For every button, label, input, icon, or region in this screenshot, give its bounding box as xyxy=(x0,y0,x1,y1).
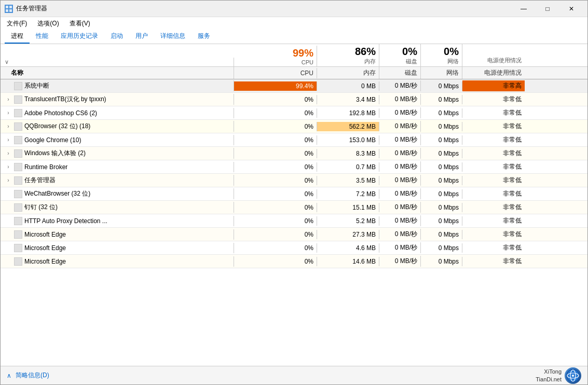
power-stat-label: 电源使用情况 xyxy=(487,57,522,65)
expand-btn[interactable]: › xyxy=(5,177,12,184)
minimize-button[interactable]: — xyxy=(512,1,536,17)
disk-cell: 0 MB/秒 xyxy=(379,121,421,132)
cpu-cell: 0% xyxy=(234,162,317,172)
table-row[interactable]: Microsoft Edge 0% 14.6 MB 0 MB/秒 0 Mbps … xyxy=(1,255,587,268)
tab-app-history[interactable]: 应用历史记录 xyxy=(54,30,104,44)
summary-label[interactable]: 简略信息(D) xyxy=(16,371,49,380)
power-cell: 非常低 xyxy=(462,256,525,267)
disk-cell: 0 MB/秒 xyxy=(379,134,421,145)
expand-btn[interactable]: › xyxy=(5,163,12,171)
maximize-button[interactable]: □ xyxy=(536,1,559,17)
close-button[interactable]: ✕ xyxy=(559,1,583,17)
table-row[interactable]: 系统中断 99.4% 0 MB 0 MB/秒 0 Mbps 非常高 xyxy=(1,79,587,93)
col-label-disk[interactable]: 磁盘 xyxy=(379,67,421,79)
mem-cell: 562.2 MB xyxy=(317,122,379,131)
row-app-icon xyxy=(14,122,22,131)
expand-placeholder xyxy=(5,231,12,238)
row-app-icon xyxy=(14,136,22,144)
tab-details[interactable]: 详细信息 xyxy=(154,30,192,44)
cpu-stat-label: CPU xyxy=(302,59,313,65)
table-row[interactable]: WeChatBrowser (32 位) 0% 7.2 MB 0 MB/秒 0 … xyxy=(1,187,587,201)
disk-cell: 0 MB/秒 xyxy=(379,161,421,172)
cpu-cell: 0% xyxy=(234,108,317,118)
net-cell: 0 Mbps xyxy=(421,257,462,266)
mem-cell: 8.3 MB xyxy=(317,149,379,158)
net-cell: 0 Mbps xyxy=(421,81,462,91)
expand-placeholder xyxy=(5,217,12,225)
expand-placeholder xyxy=(5,190,12,198)
power-cell: 非常低 xyxy=(462,175,525,186)
expand-placeholder xyxy=(5,258,12,265)
title-bar-left: 任务管理器 xyxy=(5,4,47,13)
power-cell: 非常低 xyxy=(462,202,525,213)
disk-cell: 0 MB/秒 xyxy=(379,242,421,253)
process-name: Microsoft Edge xyxy=(24,258,66,265)
cpu-stat: 99% CPU xyxy=(234,46,317,66)
cpu-cell: 0% xyxy=(234,203,317,212)
net-cell: 0 Mbps xyxy=(421,216,462,226)
disk-cell: 0 MB/秒 xyxy=(379,215,421,226)
col-label-mem[interactable]: 内存 xyxy=(317,67,379,79)
table-row[interactable]: › Runtime Broker 0% 0.7 MB 0 MB/秒 0 Mbps… xyxy=(1,160,587,174)
table-body: 系统中断 99.4% 0 MB 0 MB/秒 0 Mbps 非常高 › Tran… xyxy=(1,79,587,366)
mem-stat: 86% 内存 xyxy=(317,44,379,66)
row-name-cell: › TranslucentTB(汉化 by tpxxn) xyxy=(1,94,234,105)
cpu-cell: 0% xyxy=(234,257,317,266)
net-cell: 0 Mbps xyxy=(421,176,462,185)
net-cell: 0 Mbps xyxy=(421,162,462,172)
process-name: TranslucentTB(汉化 by tpxxn) xyxy=(24,95,106,104)
col-label-cpu[interactable]: CPU xyxy=(234,68,317,78)
logo-area: XiTong TianDi.net xyxy=(536,367,581,384)
power-cell: 非常低 xyxy=(462,148,525,159)
row-name-cell: › Adobe Photoshop CS6 (2) xyxy=(1,108,234,118)
tab-users[interactable]: 用户 xyxy=(129,30,154,44)
power-cell: 非常低 xyxy=(462,229,525,240)
mem-stat-label: 内存 xyxy=(364,58,376,65)
row-name-cell: HTTP Auto Proxy Detection ... xyxy=(1,216,234,226)
col-label-net[interactable]: 网络 xyxy=(421,67,462,79)
table-row[interactable]: HTTP Auto Proxy Detection ... 0% 5.2 MB … xyxy=(1,214,587,228)
tab-services[interactable]: 服务 xyxy=(192,30,216,44)
net-cell: 0 Mbps xyxy=(421,149,462,158)
tab-process[interactable]: 进程 xyxy=(5,30,30,44)
col-label-power[interactable]: 电源使用情况 xyxy=(462,67,525,79)
cpu-cell: 0% xyxy=(234,149,317,158)
table-row[interactable]: 钉钉 (32 位) 0% 15.1 MB 0 MB/秒 0 Mbps 非常低 xyxy=(1,201,587,214)
svg-rect-2 xyxy=(6,9,8,12)
expand-btn[interactable]: › xyxy=(5,96,12,103)
table-row[interactable]: › TranslucentTB(汉化 by tpxxn) 0% 3.4 MB 0… xyxy=(1,93,587,106)
disk-cell: 0 MB/秒 xyxy=(379,256,421,267)
disk-cell: 0 MB/秒 xyxy=(379,188,421,199)
table-row[interactable]: Microsoft Edge 0% 27.3 MB 0 MB/秒 0 Mbps … xyxy=(1,228,587,241)
mem-cell: 0.7 MB xyxy=(317,162,379,172)
net-cell: 0 Mbps xyxy=(421,108,462,118)
tab-performance[interactable]: 性能 xyxy=(30,30,54,44)
summary-button[interactable]: ∧ 简略信息(D) xyxy=(7,371,49,380)
logo-circle xyxy=(565,367,581,384)
table-row[interactable]: › Adobe Photoshop CS6 (2) 0% 192.8 MB 0 … xyxy=(1,106,587,120)
table-row[interactable]: › 任务管理器 0% 3.5 MB 0 MB/秒 0 Mbps 非常低 xyxy=(1,174,587,187)
cpu-cell: 0% xyxy=(234,122,317,131)
mem-cell: 0 MB xyxy=(317,81,379,91)
net-cell: 0 Mbps xyxy=(421,203,462,212)
table-row[interactable]: › QQBrowser (32 位) (18) 0% 562.2 MB 0 MB… xyxy=(1,120,587,133)
menu-view[interactable]: 查看(V) xyxy=(65,18,94,29)
table-row[interactable]: › Google Chrome (10) 0% 153.0 MB 0 MB/秒 … xyxy=(1,133,587,147)
row-name-cell: › QQBrowser (32 位) (18) xyxy=(1,121,234,132)
process-name: 系统中断 xyxy=(24,81,49,90)
menu-options[interactable]: 选项(O) xyxy=(33,18,63,29)
menu-file[interactable]: 文件(F) xyxy=(3,18,31,29)
power-cell: 非常低 xyxy=(462,242,525,253)
expand-btn[interactable]: › xyxy=(5,123,12,130)
disk-cell: 0 MB/秒 xyxy=(379,94,421,105)
expand-btn[interactable]: › xyxy=(5,109,12,117)
disk-percent-value: 0% xyxy=(402,45,417,58)
table-row[interactable]: Microsoft Edge 0% 4.6 MB 0 MB/秒 0 Mbps 非… xyxy=(1,241,587,255)
power-cell: 非常低 xyxy=(462,134,525,145)
expand-btn[interactable]: › xyxy=(5,136,12,144)
col-label-name[interactable]: 名称 xyxy=(1,67,234,79)
tab-startup[interactable]: 启动 xyxy=(104,30,129,44)
expand-btn[interactable]: › xyxy=(5,150,12,157)
process-name: Windows 输入体验 (2) xyxy=(24,149,86,158)
table-row[interactable]: › Windows 输入体验 (2) 0% 8.3 MB 0 MB/秒 0 Mb… xyxy=(1,147,587,160)
